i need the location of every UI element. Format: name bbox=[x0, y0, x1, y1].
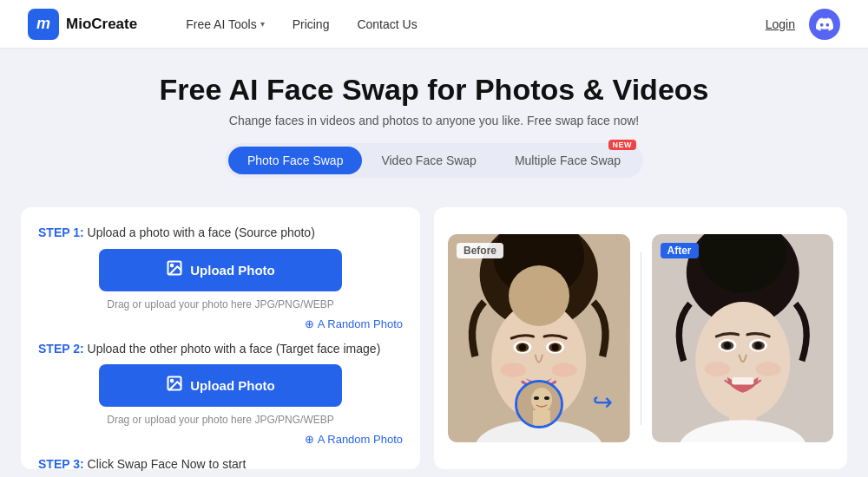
header: m MioCreate Free AI Tools ▾ Pricing Cont… bbox=[0, 0, 868, 49]
right-panel: ↩ Before bbox=[434, 207, 847, 469]
step2-random-link[interactable]: ⊕ A Random Photo bbox=[38, 433, 403, 446]
logo[interactable]: m MioCreate bbox=[28, 9, 137, 40]
step1-label: STEP 1: Upload a photo with a face (Sour… bbox=[38, 225, 403, 242]
tab-multiple-face-swap-wrap: Multiple Face Swap NEW bbox=[496, 147, 640, 174]
step2-text: Upload the other photo with a face (Targ… bbox=[88, 342, 381, 356]
nav-item-pricing[interactable]: Pricing bbox=[279, 10, 344, 38]
chevron-down-icon: ▾ bbox=[260, 19, 265, 29]
before-face-image: ↩ bbox=[448, 234, 630, 442]
tabs: Photo Face Swap Video Face Swap Multiple… bbox=[17, 143, 851, 178]
svg-point-35 bbox=[755, 362, 780, 376]
after-label: After bbox=[661, 243, 699, 258]
plus-circle-icon-2: ⊕ bbox=[305, 433, 314, 446]
hero-subtitle: Change faces in videos and photos to any… bbox=[17, 114, 851, 127]
svg-point-21 bbox=[534, 396, 539, 400]
nav-item-free-ai-tools[interactable]: Free AI Tools ▾ bbox=[172, 10, 278, 38]
svg-point-34 bbox=[704, 362, 729, 376]
after-face-image bbox=[652, 234, 834, 442]
step2-drag-hint: Drag or upload your photo here JPG/PNG/W… bbox=[38, 414, 403, 426]
svg-rect-33 bbox=[732, 377, 753, 384]
upload-photo-button-2[interactable]: Upload Photo bbox=[99, 364, 342, 407]
step3-label: STEP 3: Click Swap Face Now to start bbox=[38, 456, 403, 474]
tab-container: Photo Face Swap Video Face Swap Multiple… bbox=[225, 143, 643, 178]
new-badge: NEW bbox=[608, 140, 637, 150]
nav-item-contact-us[interactable]: Contact Us bbox=[343, 10, 431, 38]
main-content: STEP 1: Upload a photo with a face (Sour… bbox=[0, 193, 868, 477]
logo-text: MioCreate bbox=[66, 16, 137, 33]
step2-number: STEP 2: bbox=[38, 342, 84, 356]
tab-video-face-swap[interactable]: Video Face Swap bbox=[362, 147, 495, 174]
before-label: Before bbox=[457, 243, 503, 258]
hero-section: Free AI Face Swap for Photos & Videos Ch… bbox=[0, 49, 868, 193]
step2-section: STEP 2: Upload the other photo with a fa… bbox=[38, 341, 403, 447]
upload-icon-2 bbox=[166, 375, 183, 396]
upload-photo-button-1[interactable]: Upload Photo bbox=[99, 249, 342, 291]
upload-icon bbox=[166, 259, 183, 281]
main-nav: Free AI Tools ▾ Pricing Contact Us bbox=[172, 10, 431, 38]
hero-title: Free AI Face Swap for Photos & Videos bbox=[17, 73, 851, 107]
svg-point-19 bbox=[531, 388, 552, 412]
svg-point-29 bbox=[723, 342, 730, 349]
svg-point-10 bbox=[519, 343, 526, 350]
logo-icon: m bbox=[28, 9, 59, 40]
step1-random-link[interactable]: ⊕ A Random Photo bbox=[38, 317, 403, 330]
svg-point-22 bbox=[544, 396, 549, 400]
svg-point-16 bbox=[501, 363, 526, 377]
step2-label: STEP 2: Upload the other photo with a fa… bbox=[38, 341, 403, 358]
svg-point-1 bbox=[171, 264, 174, 266]
photo-divider bbox=[641, 252, 641, 425]
step3-section: STEP 3: Click Swap Face Now to start Swa… bbox=[38, 456, 403, 477]
step3-text: Click Swap Face Now to start bbox=[88, 457, 247, 471]
before-photo-slot: ↩ Before bbox=[448, 234, 630, 442]
tab-multiple-face-swap[interactable]: Multiple Face Swap bbox=[496, 147, 640, 174]
step1-number: STEP 1: bbox=[38, 225, 84, 239]
step1-section: STEP 1: Upload a photo with a face (Sour… bbox=[38, 225, 403, 330]
tab-photo-face-swap[interactable]: Photo Face Swap bbox=[228, 147, 363, 174]
step3-number: STEP 3: bbox=[38, 457, 84, 471]
step1-drag-hint: Drag or upload your photo here JPG/PNG/W… bbox=[38, 298, 403, 310]
header-right: Login bbox=[766, 9, 840, 40]
left-panel: STEP 1: Upload a photo with a face (Sour… bbox=[21, 207, 420, 469]
after-photo-slot: After bbox=[652, 234, 834, 442]
login-button[interactable]: Login bbox=[766, 17, 795, 31]
svg-point-32 bbox=[754, 342, 761, 349]
svg-point-17 bbox=[551, 363, 576, 377]
svg-point-3 bbox=[171, 380, 174, 382]
svg-point-13 bbox=[551, 343, 558, 350]
svg-rect-20 bbox=[533, 410, 550, 428]
step1-text: Upload a photo with a face (Source photo… bbox=[88, 225, 315, 239]
plus-circle-icon: ⊕ bbox=[305, 317, 314, 330]
discord-icon[interactable] bbox=[809, 9, 840, 40]
